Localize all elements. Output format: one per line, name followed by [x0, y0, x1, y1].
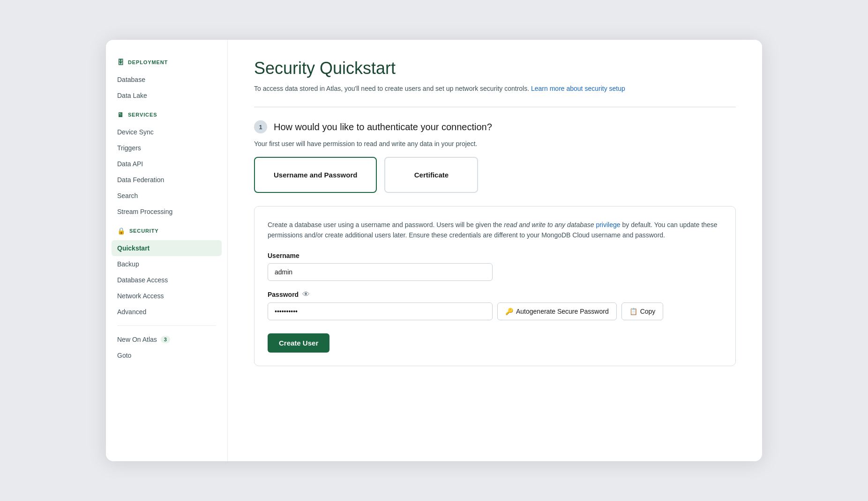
- auth-card-username-password[interactable]: Username and Password: [254, 157, 377, 193]
- services-icon: 🖥: [117, 111, 124, 118]
- step1-question: How would you like to authenticate your …: [274, 122, 492, 133]
- main-content: Security Quickstart To access data store…: [228, 40, 762, 461]
- section-divider: [254, 107, 736, 107]
- new-on-atlas-badge: 3: [161, 336, 170, 343]
- copy-button[interactable]: 📋 Copy: [621, 302, 664, 320]
- sidebar-item-triggers[interactable]: Triggers: [106, 140, 227, 156]
- sidebar-item-new-on-atlas[interactable]: New On Atlas 3: [106, 332, 227, 347]
- sidebar-item-data-api[interactable]: Data API: [106, 156, 227, 172]
- autogenerate-label: Autogenerate Secure Password: [516, 308, 609, 315]
- username-group: Username: [268, 252, 722, 281]
- subtitle-text: To access data stored in Atlas, you'll n…: [254, 85, 529, 92]
- create-user-button[interactable]: Create User: [268, 333, 329, 353]
- password-row: 🔑 Autogenerate Secure Password 📋 Copy: [268, 302, 722, 320]
- sidebar-item-quickstart[interactable]: Quickstart: [112, 240, 222, 256]
- deployment-header: 🗄 DEPLOYMENT: [106, 55, 227, 70]
- step1-description: Your first user will have permission to …: [254, 140, 736, 147]
- auth-cards: Username and Password Certificate: [254, 157, 736, 193]
- password-label: Password: [268, 291, 299, 298]
- sidebar-item-goto[interactable]: Goto: [106, 347, 227, 363]
- sidebar-item-database-access[interactable]: Database Access: [106, 272, 227, 288]
- sidebar-item-device-sync[interactable]: Device Sync: [106, 124, 227, 140]
- security-label: SECURITY: [129, 228, 159, 234]
- deployment-icon: 🗄: [117, 59, 124, 66]
- sidebar-item-database[interactable]: Database: [106, 72, 227, 88]
- new-on-atlas-label: New On Atlas: [117, 336, 157, 343]
- sidebar-item-backup[interactable]: Backup: [106, 256, 227, 272]
- form-desc-italic: read and write to any database: [504, 221, 594, 228]
- page-subtitle: To access data stored in Atlas, you'll n…: [254, 84, 736, 94]
- form-desc-link[interactable]: privilege: [596, 221, 620, 228]
- security-header: 🔒 SECURITY: [106, 223, 227, 238]
- step1-header: 1 How would you like to authenticate you…: [254, 120, 736, 133]
- sidebar-item-search[interactable]: Search: [106, 188, 227, 204]
- form-box: Create a database user using a username …: [254, 206, 736, 366]
- sidebar-bottom: New On Atlas 3 Goto: [106, 332, 227, 363]
- deployment-label: DEPLOYMENT: [128, 59, 168, 65]
- sidebar-item-data-lake[interactable]: Data Lake: [106, 88, 227, 103]
- copy-label: Copy: [640, 308, 656, 315]
- sidebar-item-advanced[interactable]: Advanced: [106, 304, 227, 320]
- auth-card-username-password-label: Username and Password: [274, 171, 357, 179]
- auth-card-certificate[interactable]: Certificate: [384, 157, 478, 193]
- services-label: SERVICES: [128, 112, 157, 118]
- autogenerate-icon: 🔑: [505, 308, 513, 315]
- username-label: Username: [268, 252, 722, 259]
- sidebar: 🗄 DEPLOYMENT Database Data Lake 🖥 SERVIC…: [106, 40, 228, 461]
- auth-card-certificate-label: Certificate: [414, 171, 449, 179]
- page-title: Security Quickstart: [254, 59, 736, 78]
- password-input[interactable]: [268, 302, 493, 320]
- password-label-row: Password 👁: [268, 290, 722, 299]
- sidebar-item-data-federation[interactable]: Data Federation: [106, 172, 227, 188]
- services-section: 🖥 SERVICES Device Sync Triggers Data API…: [106, 107, 227, 220]
- username-input[interactable]: [268, 263, 493, 281]
- security-icon: 🔒: [117, 227, 126, 235]
- deployment-section: 🗄 DEPLOYMENT Database Data Lake: [106, 55, 227, 103]
- sidebar-divider: [117, 325, 216, 326]
- autogenerate-button[interactable]: 🔑 Autogenerate Secure Password: [497, 302, 617, 320]
- sidebar-item-network-access[interactable]: Network Access: [106, 288, 227, 304]
- create-user-label: Create User: [279, 339, 318, 347]
- copy-icon: 📋: [629, 308, 637, 315]
- services-header: 🖥 SERVICES: [106, 107, 227, 122]
- step1-number: 1: [254, 120, 267, 133]
- learn-more-link[interactable]: Learn more about security setup: [531, 85, 625, 92]
- eye-icon[interactable]: 👁: [302, 290, 310, 299]
- form-desc-start: Create a database user using a username …: [268, 221, 504, 228]
- password-group: Password 👁 🔑 Autogenerate Secure Passwor…: [268, 290, 722, 320]
- security-section: 🔒 SECURITY Quickstart Backup Database Ac…: [106, 223, 227, 320]
- form-description: Create a database user using a username …: [268, 220, 722, 241]
- sidebar-item-stream-processing[interactable]: Stream Processing: [106, 204, 227, 220]
